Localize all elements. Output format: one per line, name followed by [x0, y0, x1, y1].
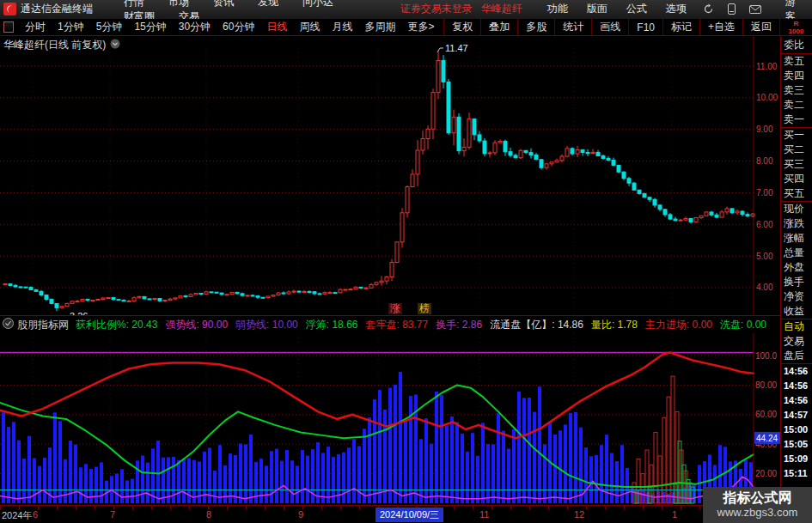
quote-row-sell[interactable]: 卖四 — [781, 69, 812, 83]
panel-action[interactable]: 交易 — [781, 334, 812, 349]
quote-row-buy[interactable]: 买一 — [781, 128, 812, 143]
notice-stock-name[interactable]: 华峰超纤 — [481, 2, 522, 16]
tick-time-row[interactable]: 15:09 — [781, 452, 812, 466]
tick-time-row[interactable]: 15:05 — [781, 437, 812, 452]
quote-row-buy[interactable]: 买二 — [781, 143, 812, 157]
indicator-field: 量比: 1.78 — [591, 319, 638, 331]
period-30min[interactable]: 30分钟 — [173, 20, 217, 34]
indicator-plot[interactable]: 100.080.0060.0040.0020.0044.24 — [0, 333, 780, 505]
main-chart-area: 11.0010.009.008.007.006.005.004.0011.47←… — [0, 36, 780, 315]
period-5min[interactable]: 5分钟 — [90, 20, 129, 34]
badge-ranking[interactable]: 榜 — [418, 303, 431, 314]
chart-tools: 复权叠加多股统计画线F10标记+自选返回 — [443, 19, 780, 35]
panel-action[interactable]: 盘后 — [781, 349, 812, 363]
quote-row-sell[interactable]: 卖五 — [781, 54, 812, 69]
quote-row-stat[interactable]: 涨幅 — [781, 231, 812, 246]
tool-draw-line[interactable]: 画线 — [591, 19, 628, 35]
quote-row-ratio[interactable]: 委比 — [781, 36, 812, 53]
tick-time-row[interactable]: 14:57 — [781, 408, 812, 423]
quote-row-sell[interactable]: 卖三 — [781, 83, 812, 98]
quote-row-stat[interactable]: 总量 — [781, 246, 812, 260]
tool-statistics[interactable]: 统计 — [554, 19, 591, 35]
quote-row-sell[interactable]: 卖二 — [781, 98, 812, 113]
tool-back[interactable]: 返回 — [742, 19, 780, 35]
svg-text:20.00: 20.00 — [755, 469, 777, 478]
time-axis: 2024年 678911121 2024/10/09/三 — [0, 505, 780, 523]
period-weekly[interactable]: 周线 — [293, 20, 326, 34]
svg-text:4.00: 4.00 — [756, 283, 773, 292]
period-15min[interactable]: 15分钟 — [128, 20, 172, 34]
indicator-field: 流通盘【亿】: 14.86 — [490, 319, 583, 331]
svg-text:80.00: 80.00 — [755, 380, 777, 390]
period-multi[interactable]: 多周期 — [358, 20, 401, 34]
menu-item-formula[interactable]: 公式 — [617, 2, 656, 16]
tdx-terminal-window: 通达信金融终端 行情市场资讯发现问小达财富圈交易 证券交易未登录 华峰超纤 功能… — [0, 0, 812, 523]
tool-multi-stock[interactable]: 多股 — [517, 19, 554, 35]
tick-time-row[interactable]: 14:56 — [781, 393, 812, 408]
right-menu: 功能版面公式选项 — [538, 2, 696, 16]
axis-month-label: 6 — [33, 509, 38, 520]
app-title: 通达信金融终端 — [21, 2, 93, 16]
axis-month-label: 8 — [206, 509, 211, 520]
badge-limit-up[interactable]: 涨 — [388, 303, 402, 314]
menu-item-news[interactable]: 资讯 — [201, 0, 246, 8]
period-more[interactable]: 更多> — [401, 20, 440, 34]
period-monthly[interactable]: 月线 — [326, 20, 358, 34]
rate-top: R — [780, 20, 812, 27]
indicator-field: 套牢盘: 83.77 — [365, 319, 428, 331]
panel-action[interactable]: 自动 — [781, 319, 812, 334]
rate-indicator: R 1000 — [780, 19, 812, 36]
quote-row-stat[interactable]: 换手 — [781, 275, 812, 289]
tick-time-row[interactable]: 14:56 — [781, 379, 812, 393]
quote-row-stat[interactable]: 涨跌 — [781, 216, 812, 231]
quote-row-stat[interactable]: 收益 — [781, 304, 812, 319]
indicator-field: 换手: 2.86 — [436, 319, 482, 331]
quote-row-stat[interactable]: 现价 — [781, 202, 812, 216]
tick-time-row[interactable]: 15:00 — [781, 423, 812, 437]
quote-row-buy[interactable]: 买三 — [781, 157, 812, 172]
svg-text:8.00: 8.00 — [756, 156, 773, 166]
svg-text:10.00: 10.00 — [756, 93, 778, 102]
tool-f10[interactable]: F10 — [628, 19, 662, 35]
mobile-icon[interactable] — [728, 3, 736, 15]
quote-panel: 委比卖五卖四卖三卖二卖一买一买二买三买四买五现价涨跌涨幅总量外盘换手净资收益自动… — [780, 36, 812, 523]
period-60min[interactable]: 60分钟 — [217, 20, 260, 34]
login-status[interactable]: 证券交易未登录 — [400, 2, 473, 16]
axis-year-label: 2024年 — [2, 509, 32, 522]
indicator-field: 浮筹: 18.66 — [306, 319, 358, 331]
tool-add-watchlist[interactable]: +自选 — [699, 19, 742, 35]
mail-icon[interactable] — [749, 5, 761, 14]
menu-item-ask-xiaoda[interactable]: 问小达 — [290, 0, 345, 8]
quote-row-stat[interactable]: 外盘 — [781, 260, 812, 275]
chart-mode-icon[interactable] — [3, 21, 14, 33]
quote-row-buy[interactable]: 买五 — [781, 186, 812, 201]
period-daily[interactable]: 日线 — [260, 20, 293, 34]
period-timeshare[interactable]: 分时 — [19, 20, 52, 34]
menu-item-quotes[interactable]: 行情 — [112, 0, 156, 8]
svg-text:9.00: 9.00 — [756, 125, 773, 134]
axis-month-label: 11 — [479, 509, 489, 520]
menu-item-discover[interactable]: 发现 — [246, 0, 290, 8]
indicator-field: 洗盘: 0.00 — [720, 319, 766, 331]
candlestick-plot[interactable]: 11.0010.009.008.007.006.005.004.0011.47←… — [0, 36, 780, 315]
quote-row-stat[interactable]: 净资 — [781, 289, 812, 304]
chevron-down-icon[interactable] — [110, 39, 120, 52]
tool-mark[interactable]: 标记 — [662, 19, 699, 35]
tool-overlay[interactable]: 叠加 — [480, 19, 517, 35]
indicator-logo-icon[interactable] — [3, 318, 14, 331]
menu-item-features[interactable]: 功能 — [538, 2, 577, 16]
period-1min[interactable]: 1分钟 — [52, 20, 90, 34]
tick-time-row[interactable]: 15:11 — [781, 466, 812, 481]
axis-month-label: 12 — [574, 509, 584, 520]
refresh-icon[interactable] — [703, 3, 714, 15]
axis-month-label: 1 — [672, 509, 677, 520]
menu-item-market[interactable]: 市场 — [156, 0, 201, 8]
indicator-source[interactable]: 股朋指标网 — [17, 318, 69, 332]
menu-item-layout[interactable]: 版面 — [577, 2, 617, 16]
menu-item-options[interactable]: 选项 — [656, 2, 696, 16]
quote-row-buy[interactable]: 买四 — [781, 172, 812, 186]
tool-adjust-price[interactable]: 复权 — [443, 19, 480, 35]
quote-row-sell[interactable]: 卖一 — [781, 113, 812, 127]
tick-time-row[interactable]: 14:56 — [781, 364, 812, 379]
indicator-field: 强势线: 90.00 — [165, 319, 228, 331]
